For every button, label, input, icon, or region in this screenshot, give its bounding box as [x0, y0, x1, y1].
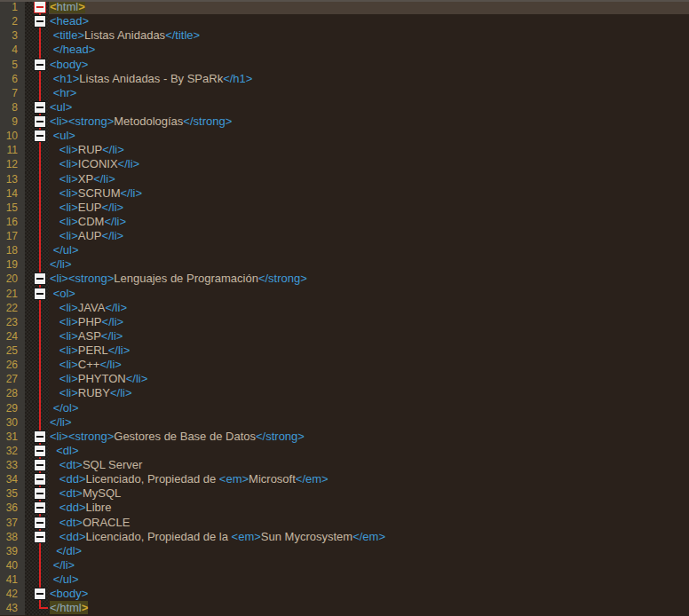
fold-collapse-icon[interactable] — [34, 531, 46, 543]
line-number[interactable]: 39 — [0, 544, 25, 558]
line-number[interactable]: 7 — [0, 86, 25, 100]
fold-collapse-icon[interactable] — [34, 130, 46, 142]
line-number[interactable]: 10 — [0, 129, 25, 143]
line-number[interactable]: 9 — [0, 115, 25, 129]
line-number[interactable]: 41 — [0, 573, 25, 587]
fold-collapse-icon[interactable] — [34, 59, 46, 71]
code-line[interactable]: <dt>SQL Server — [49, 458, 689, 472]
code-line[interactable]: <ul> — [49, 129, 689, 143]
line-number[interactable]: 26 — [0, 358, 25, 372]
code-line[interactable]: <li>JAVA</li> — [49, 301, 689, 315]
code-line[interactable]: <li>EUP</li> — [49, 201, 689, 215]
line-number[interactable]: 3 — [0, 28, 25, 43]
fold-collapse-icon[interactable] — [34, 588, 46, 600]
fold-collapse-icon[interactable] — [34, 430, 46, 443]
line-number[interactable]: 38 — [0, 530, 25, 544]
line-number[interactable]: 22 — [0, 301, 25, 315]
line-number[interactable]: 19 — [0, 257, 25, 272]
line-number[interactable]: 29 — [0, 401, 25, 415]
line-number[interactable]: 25 — [0, 344, 25, 358]
code-line[interactable]: <li>C++</li> — [49, 358, 689, 372]
code-line[interactable]: <li>CDM</li> — [49, 215, 689, 229]
fold-collapse-icon[interactable] — [34, 288, 46, 300]
code-line[interactable]: <li>PHYTON</li> — [49, 372, 689, 386]
fold-collapse-icon[interactable] — [34, 445, 46, 457]
code-line[interactable]: </li> — [49, 558, 689, 573]
line-number[interactable]: 33 — [0, 458, 25, 472]
line-number[interactable]: 30 — [0, 415, 25, 430]
fold-collapse-icon[interactable] — [34, 473, 46, 486]
code-line[interactable]: <li>AUP</li> — [49, 229, 689, 243]
line-number[interactable]: 11 — [0, 143, 25, 157]
code-line[interactable]: <ol> — [49, 287, 689, 301]
code-line[interactable]: </li> — [49, 415, 689, 430]
code-line[interactable]: <li>ICONIX</li> — [49, 157, 689, 171]
code-line[interactable]: <li><strong>Gestores de Base de Datos</s… — [49, 430, 689, 444]
code-line[interactable]: </ol> — [49, 401, 689, 415]
line-number[interactable]: 40 — [0, 558, 25, 573]
line-number[interactable]: 36 — [0, 501, 25, 515]
code-line[interactable]: <li>PERL</li> — [49, 344, 689, 358]
line-number[interactable]: 18 — [0, 243, 25, 257]
line-number[interactable]: 23 — [0, 315, 25, 329]
line-number[interactable]: 32 — [0, 444, 25, 458]
line-number[interactable]: 31 — [0, 430, 25, 444]
code-line[interactable]: <dt>ORACLE — [49, 516, 689, 530]
code-line[interactable]: <hr> — [49, 86, 689, 100]
line-number[interactable]: 14 — [0, 186, 25, 201]
line-number[interactable]: 43 — [0, 601, 25, 615]
line-number[interactable]: 5 — [0, 58, 25, 72]
fold-collapse-icon[interactable] — [34, 15, 46, 28]
fold-collapse-icon[interactable] — [34, 272, 46, 285]
code-line[interactable]: <head> — [49, 14, 689, 28]
code-line[interactable]: <h1>Listas Anidadas - By SPaRk</h1> — [49, 72, 689, 86]
line-number[interactable]: 12 — [0, 157, 25, 171]
code-line[interactable]: <li><strong>Lenguajes de Programación</s… — [49, 272, 689, 286]
line-number[interactable]: 34 — [0, 472, 25, 486]
code-line[interactable]: <dd>Licenciado, Propiedad de <em>Microso… — [49, 472, 689, 486]
code-line[interactable]: <dt>MySQL — [49, 486, 689, 501]
code-line[interactable]: <title>Listas Anidadas</title> — [49, 28, 689, 43]
line-number[interactable]: 42 — [0, 587, 25, 601]
fold-collapse-icon[interactable] — [34, 487, 46, 500]
line-number[interactable]: 20 — [0, 272, 25, 286]
line-number[interactable]: 1 — [0, 0, 25, 14]
line-number[interactable]: 15 — [0, 201, 25, 215]
code-line[interactable]: <li>PHP</li> — [49, 315, 689, 329]
code-line[interactable]: </ul> — [49, 243, 689, 257]
fold-collapse-icon[interactable] — [34, 115, 46, 128]
code-line[interactable]: </ul> — [49, 573, 689, 587]
code-line[interactable]: </html> — [49, 601, 689, 615]
code-line[interactable]: </li> — [49, 257, 689, 272]
code-line[interactable]: <dl> — [49, 444, 689, 458]
code-line[interactable]: <body> — [49, 58, 689, 72]
code-line[interactable]: <li>SCRUM</li> — [49, 186, 689, 201]
fold-collapse-icon[interactable] — [34, 517, 46, 529]
line-number[interactable]: 4 — [0, 43, 25, 57]
line-number[interactable]: 27 — [0, 372, 25, 386]
line-number[interactable]: 17 — [0, 229, 25, 243]
line-number[interactable]: 35 — [0, 486, 25, 501]
fold-collapse-icon[interactable] — [34, 459, 46, 471]
code-line[interactable]: <li><strong>Metodologías</strong> — [49, 115, 689, 129]
line-number[interactable]: 6 — [0, 72, 25, 86]
code-line[interactable]: <body> — [49, 587, 689, 601]
fold-collapse-icon[interactable] — [34, 101, 46, 114]
fold-collapse-icon[interactable] — [34, 1, 46, 13]
line-number[interactable]: 21 — [0, 287, 25, 301]
code-line[interactable]: </head> — [49, 43, 689, 57]
line-number[interactable]: 2 — [0, 14, 25, 28]
line-number[interactable]: 24 — [0, 329, 25, 344]
code-line[interactable]: <li>RUBY</li> — [49, 386, 689, 400]
code-line[interactable]: </dl> — [49, 544, 689, 558]
fold-collapse-icon[interactable] — [34, 501, 46, 514]
line-number[interactable]: 28 — [0, 386, 25, 400]
line-number[interactable]: 8 — [0, 100, 25, 115]
code-line[interactable]: <dd>Licenciado, Propiedad de la <em>Sun … — [49, 530, 689, 544]
line-number[interactable]: 37 — [0, 516, 25, 530]
code-line[interactable]: <dd>Libre — [49, 501, 689, 515]
code-line[interactable]: <li>XP</li> — [49, 172, 689, 186]
code-line[interactable]: <li>ASP</li> — [49, 329, 689, 344]
code-line[interactable]: <li>RUP</li> — [49, 143, 689, 157]
line-number[interactable]: 16 — [0, 215, 25, 229]
